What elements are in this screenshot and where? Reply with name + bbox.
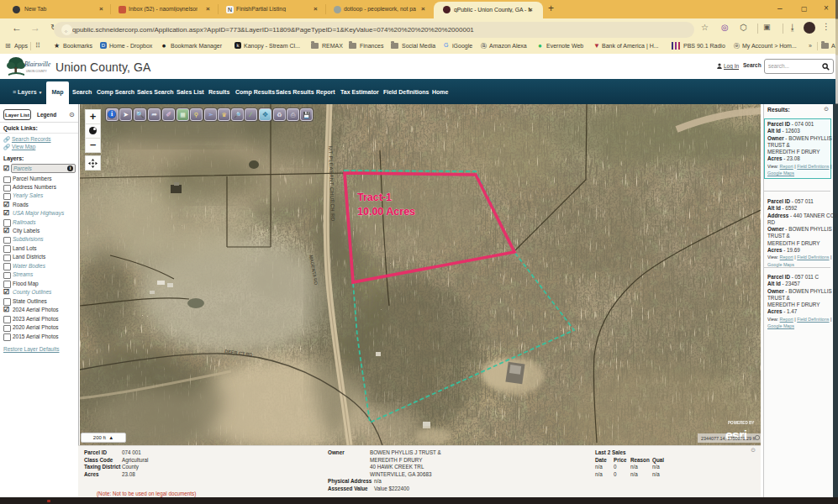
svg-text:UNION COUNTY: UNION COUNTY (26, 70, 47, 73)
svg-text:Blairsville: Blairsville (24, 60, 51, 68)
svg-text:POWERED BY: POWERED BY (728, 421, 754, 425)
svg-text:Tract-1: Tract-1 (357, 192, 392, 203)
svg-text:10.00 Acres: 10.00 Acres (357, 206, 415, 218)
svg-text:2344077.14, 1750071.29 ft: 2344077.14, 1750071.29 ft (701, 436, 756, 441)
